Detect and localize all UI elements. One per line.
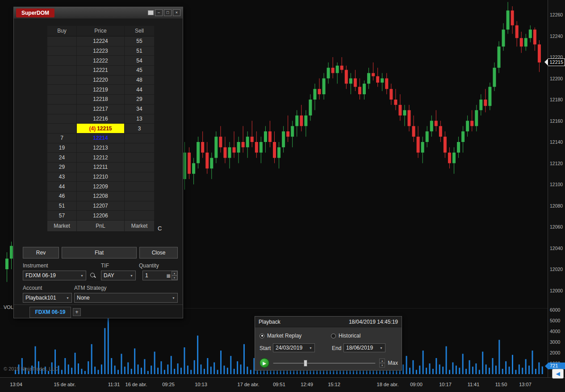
dom-buy-cell[interactable]: 46 xyxy=(47,192,76,201)
dom-buy-cell[interactable]: 29 xyxy=(47,163,76,172)
volume-bar xyxy=(452,363,453,374)
volume-bar xyxy=(429,363,431,374)
dom-buy-cell[interactable] xyxy=(47,95,76,104)
volume-bar xyxy=(435,358,437,374)
dom-buy-cell[interactable] xyxy=(47,104,76,114)
dom-sell-cell[interactable]: 55 xyxy=(125,37,154,46)
minimize-button[interactable]: – xyxy=(155,9,163,16)
maximize-button[interactable]: □ xyxy=(164,9,172,16)
dom-buy-cell[interactable] xyxy=(47,75,76,85)
dom-sell-cell[interactable]: 54 xyxy=(125,56,154,65)
dom-sell-cell[interactable]: 3 xyxy=(125,124,154,133)
atm-strategy-selector[interactable]: None ▼ xyxy=(74,293,178,303)
tif-selector[interactable]: DAY ▼ xyxy=(101,271,136,280)
play-button[interactable]: ▶ xyxy=(259,358,269,368)
dom-sell-cell[interactable] xyxy=(125,211,154,220)
dom-row: (4)122153 xyxy=(47,124,154,133)
dom-sell-cell[interactable] xyxy=(125,182,154,191)
instrument-link-icon[interactable] xyxy=(148,10,154,15)
dom-sell-cell[interactable]: 29 xyxy=(125,95,154,104)
dom-buy-cell[interactable] xyxy=(47,46,76,56)
dom-sell-cell[interactable] xyxy=(125,192,154,201)
candle-body xyxy=(259,142,263,153)
dom-buy-cell[interactable] xyxy=(47,114,76,124)
volume-bar xyxy=(101,364,102,374)
rev-button[interactable]: Rev xyxy=(23,247,59,259)
speed-stepper[interactable]: ▲ ▼ xyxy=(379,359,385,367)
dom-buy-cell[interactable]: 24 xyxy=(47,153,76,162)
dom-row: 1221944 xyxy=(47,85,154,94)
slider-track[interactable] xyxy=(273,363,376,364)
account-selector[interactable]: Playback101 ▼ xyxy=(23,293,72,303)
dom-price-cell: 12213 xyxy=(77,143,124,153)
buy-market-cell[interactable]: Market xyxy=(47,221,76,231)
market-replay-radio[interactable]: Market Replay xyxy=(259,333,331,339)
volume-bar xyxy=(75,353,76,374)
volume-bar xyxy=(442,367,444,374)
playback-titlebar[interactable]: Playback 18/04/2019 14:45:19 xyxy=(255,317,402,327)
close-position-button[interactable]: Close xyxy=(139,247,178,259)
dom-sell-cell[interactable] xyxy=(125,201,154,211)
quantity-stepper[interactable]: 1 ▦ ▲ ▼ xyxy=(142,271,178,280)
slider-handle[interactable] xyxy=(304,360,307,367)
dom-sell-cell[interactable]: 45 xyxy=(125,66,154,75)
volume-bar xyxy=(157,368,159,374)
dom-sell-cell[interactable] xyxy=(125,163,154,172)
dom-price-cell: 12218 xyxy=(77,95,124,104)
price-axis-label: 12100 xyxy=(550,182,563,187)
candle-body xyxy=(452,153,456,163)
volume-bar xyxy=(187,366,188,374)
dom-buy-cell[interactable] xyxy=(47,124,76,133)
dom-buy-cell[interactable]: 44 xyxy=(47,182,76,191)
pnl-cell: PnL xyxy=(77,221,124,231)
candle-body xyxy=(435,121,438,126)
historical-radio[interactable]: Historical xyxy=(331,333,360,339)
candle-body xyxy=(394,100,397,105)
start-date-selector[interactable]: 24/03/2019 ▼ xyxy=(273,343,315,352)
dom-buy-cell[interactable] xyxy=(47,85,76,94)
dom-buy-cell[interactable] xyxy=(47,66,76,75)
add-tab-button[interactable]: + xyxy=(73,308,81,316)
chevron-down-icon: ▼ xyxy=(309,346,312,350)
dom-buy-cell[interactable]: 7 xyxy=(47,133,76,143)
volume-bar xyxy=(104,328,105,374)
quantity-down-button[interactable]: ▼ xyxy=(172,275,177,280)
close-button[interactable]: × xyxy=(173,9,180,16)
superdom-titlebar[interactable]: SuperDOM – □ × xyxy=(14,7,183,19)
dom-sell-cell[interactable]: 48 xyxy=(125,75,154,85)
dom-sell-cell[interactable] xyxy=(125,143,154,153)
dom-sell-cell[interactable]: 13 xyxy=(125,114,154,124)
flat-button[interactable]: Flat xyxy=(62,247,137,259)
dom-buy-cell[interactable]: 43 xyxy=(47,172,76,182)
atm-strategy-value: None xyxy=(77,295,90,301)
tab-fdxm-06-19[interactable]: FDXM 06-19 xyxy=(29,307,71,318)
quantity-up-button[interactable]: ▲ xyxy=(172,271,177,275)
speed-up-button[interactable]: ▲ xyxy=(379,359,385,363)
speed-down-button[interactable]: ▼ xyxy=(379,363,385,367)
volume-bar xyxy=(250,370,251,374)
end-date-selector[interactable]: 18/06/2019 ▼ xyxy=(343,343,385,352)
dom-price-cell: 12224 xyxy=(77,37,124,46)
scroll-to-end-button[interactable]: ◀ xyxy=(552,369,564,379)
dom-sell-cell[interactable] xyxy=(125,172,154,182)
price-axis[interactable]: 1226012240122201220012180121601214012120… xyxy=(548,0,565,377)
dom-buy-cell[interactable]: 57 xyxy=(47,211,76,220)
dom-buy-cell[interactable] xyxy=(47,37,76,46)
instrument-selector[interactable]: FDXM 06-19 ▼ xyxy=(23,271,86,280)
playback-position-slider[interactable] xyxy=(273,358,376,368)
account-label: Account xyxy=(23,285,42,291)
dom-sell-cell[interactable] xyxy=(125,153,154,162)
volume-bar xyxy=(88,361,89,374)
historical-label: Historical xyxy=(339,333,360,339)
dom-sell-cell[interactable]: 34 xyxy=(125,104,154,114)
dom-buy-cell[interactable] xyxy=(47,56,76,65)
dom-sell-cell[interactable]: 44 xyxy=(125,85,154,94)
dom-sell-cell[interactable]: 51 xyxy=(125,46,154,56)
sell-market-cell[interactable]: Market xyxy=(125,221,154,231)
dom-buy-cell[interactable]: 51 xyxy=(47,201,76,211)
search-icon[interactable] xyxy=(89,272,96,279)
dom-buy-cell[interactable]: 19 xyxy=(47,143,76,153)
time-axis[interactable]: 13:0415 de abr.11:3116 de abr.09:2510:13… xyxy=(0,377,565,392)
dom-sell-cell[interactable] xyxy=(125,133,154,143)
volume-bar xyxy=(465,369,467,374)
